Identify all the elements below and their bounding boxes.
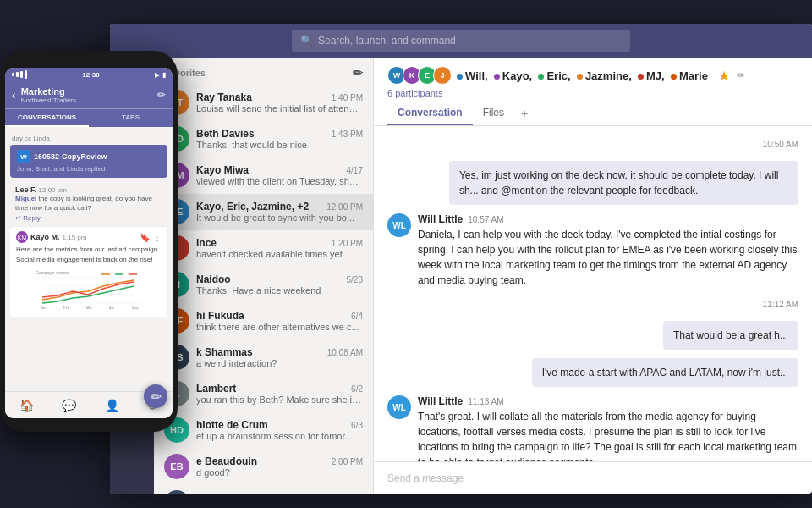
- svg-text:May: May: [132, 306, 139, 310]
- contact-name-row: Beth Davies 1:43 PM: [196, 128, 363, 140]
- contact-item[interactable]: KM Kayo Miwa 4/17 viewed with the client…: [154, 157, 373, 194]
- dot-will: [457, 74, 463, 80]
- tab-add[interactable]: +: [514, 102, 535, 125]
- contact-item[interactable]: RT Ray Tanaka 1:40 PM Louisa will send t…: [154, 85, 373, 121]
- people-icon[interactable]: 👤: [105, 399, 119, 412]
- contact-time: 1:20 PM: [332, 239, 363, 248]
- phone-chat-lee[interactable]: Lee F. 12:00 pm Miguel the copy is looki…: [10, 181, 167, 227]
- msg-sender-row-2: Will Little 11:13 AM: [418, 395, 798, 407]
- chat-nav-icon[interactable]: 💬: [62, 399, 76, 412]
- contact-preview: think there are other alternatives we c.…: [196, 322, 363, 332]
- contact-info: Lambert 6/2 you ran this by Beth? Make s…: [196, 383, 363, 405]
- contact-name-row: hi Fukuda 6/4: [196, 310, 363, 322]
- participants-row: W K E J Will, Kayo, Eric, Jazmine, MJ, M…: [387, 66, 798, 85]
- back-button[interactable]: ‹: [12, 88, 16, 102]
- contact-name-row: hlotte and Babak 1:58 PM: [196, 492, 363, 494]
- edit-icon[interactable]: ✏: [737, 69, 745, 81]
- contact-item[interactable]: KE Kayo, Eric, Jazmine, +2 12:00 PM It w…: [154, 194, 373, 230]
- contact-item[interactable]: HA hlotte and Babak 1:58 PM d the client…: [154, 485, 373, 494]
- contact-info: Naidoo 5/23 Thanks! Have a nice weekend: [196, 273, 363, 295]
- contact-time: 6/3: [351, 421, 363, 430]
- dot-kayo: [494, 74, 500, 80]
- contact-name-row: k Shammas 10:08 AM: [196, 346, 363, 358]
- phone-status-icons: ▶ ▮: [155, 71, 166, 79]
- contact-time: 5/23: [347, 275, 363, 284]
- phone-kayo-msg[interactable]: KM Kayo M. 1:15 pm 🔖 ⋮ Here are the metr…: [10, 227, 167, 317]
- timestamp-1050: 10:50 AM: [387, 140, 798, 149]
- star-icon[interactable]: ★: [718, 68, 730, 84]
- message-input-bar[interactable]: Send a message: [374, 461, 812, 494]
- phone-time: 12:30: [82, 71, 99, 79]
- msg-time-will-2: 11:13 AM: [468, 397, 503, 406]
- contact-preview: It would be great to sync with you bo...: [196, 213, 363, 223]
- contact-item[interactable]: I ince 1:20 PM haven't checked available…: [154, 230, 373, 267]
- contact-time: 2:00 PM: [332, 457, 363, 467]
- contact-preview: Thanks! Have a nice weekend: [196, 285, 363, 295]
- svg-text:Mar: Mar: [86, 306, 93, 310]
- contact-preview: haven't checked available times yet: [196, 249, 363, 259]
- contact-name-row: Naidoo 5/23: [196, 273, 363, 285]
- contact-name: Ray Tanaka: [196, 91, 252, 103]
- chat-tabs: Conversation Files +: [387, 102, 798, 125]
- contact-item[interactable]: BD Beth Davies 1:43 PM Thanks, that woul…: [154, 121, 373, 157]
- contact-time: 6/2: [351, 384, 363, 394]
- msg-will-content: Will Little 10:57 AM Daniela, I can help…: [418, 213, 798, 288]
- contact-preview: d good?: [196, 467, 363, 478]
- battery-icon: ▮: [162, 71, 166, 79]
- phone-file-item[interactable]: W 160532-CopyReview John, Brad, and Lind…: [10, 145, 167, 178]
- dot-eric: [538, 74, 544, 80]
- search-bar[interactable]: 🔍 Search, launch, and command: [292, 30, 630, 52]
- lee-text: Miguel the copy is looking great, do you…: [15, 194, 162, 213]
- tab-files[interactable]: Files: [473, 102, 514, 125]
- timestamp-1112: 11:12 AM: [387, 300, 798, 309]
- search-placeholder: Search, launch, and command: [318, 35, 456, 47]
- send-message-placeholder: Send a message: [387, 472, 464, 484]
- kayo-text: Here are the metrics from our last ad ca…: [16, 245, 162, 263]
- msg-time-will: 10:57 AM: [468, 215, 503, 224]
- edit-chat-icon[interactable]: ✏: [157, 89, 166, 101]
- dot-jazmine: [577, 74, 583, 80]
- phone-header-text: Marketing Northwest Traders: [21, 86, 76, 104]
- contact-time: 12:00 PM: [326, 202, 363, 212]
- participant-avatars: W K E J: [387, 66, 448, 85]
- contact-name: k Shammas: [196, 346, 253, 358]
- tab-conversations[interactable]: CONVERSATIONS: [5, 109, 89, 127]
- phone-title: Marketing: [21, 86, 76, 97]
- contact-item[interactable]: HD hlotte de Crum 6/3 et up a brainstorm…: [154, 412, 373, 449]
- contact-name: Kayo Miwa: [196, 164, 249, 176]
- bookmark-icon[interactable]: 🔖: [140, 233, 150, 242]
- contact-item[interactable]: KS k Shammas 10:08 AM a weird interactio…: [154, 340, 373, 376]
- more-icon[interactable]: ⋮: [153, 233, 162, 242]
- contact-avatar: HA: [164, 490, 189, 494]
- compose-icon[interactable]: ✏: [353, 66, 363, 80]
- svg-text:Feb: Feb: [63, 306, 70, 310]
- search-icon: 🔍: [300, 35, 313, 47]
- contact-time: 10:08 AM: [327, 348, 363, 357]
- msg-sender-will-2: Will Little: [418, 395, 463, 407]
- lee-header: Lee F. 12:00 pm: [15, 185, 162, 194]
- chat-panel: W K E J Will, Kayo, Eric, Jazmine, MJ, M…: [374, 58, 812, 494]
- contact-info: hlotte de Crum 6/3 et up a brainstorm se…: [196, 419, 363, 441]
- phone-fab-button[interactable]: ✏: [144, 384, 167, 408]
- phone-subtitle: Northwest Traders: [21, 97, 76, 104]
- contact-item[interactable]: L Lambert 6/2 you ran this by Beth? Make…: [154, 376, 373, 412]
- home-icon[interactable]: 🏠: [19, 399, 34, 412]
- signal-bar-4: [25, 70, 27, 79]
- participant-names: Will, Kayo, Eric, Jazmine, MJ, Marie: [457, 69, 708, 82]
- contact-preview: Louisa will send the initial list of att…: [196, 103, 363, 113]
- contacts-list: RT Ray Tanaka 1:40 PM Louisa will send t…: [154, 85, 373, 494]
- contact-preview: et up a brainstorm session for tomor...: [196, 431, 363, 441]
- svg-text:Apr: Apr: [109, 306, 115, 310]
- desktop-teams-window: 🔍 Search, launch, and command 🔔 Activity…: [110, 24, 812, 494]
- tab-conversation[interactable]: Conversation: [387, 102, 473, 125]
- contact-item[interactable]: EB e Beaudouin 2:00 PM d good?: [154, 449, 373, 485]
- reply-button[interactable]: ↩ Reply: [15, 214, 162, 222]
- contact-item[interactable]: N Naidoo 5/23 Thanks! Have a nice weeken…: [154, 267, 373, 303]
- phone-status-bar: 12:30 ▶ ▮: [5, 68, 173, 81]
- tab-tabs[interactable]: TABS: [89, 109, 173, 127]
- contact-item[interactable]: HF hi Fukuda 6/4 think there are other a…: [154, 303, 373, 340]
- contact-name-row: e Beaudouin 2:00 PM: [196, 456, 363, 467]
- contact-info: Kayo Miwa 4/17 viewed with the client on…: [196, 164, 363, 186]
- avatar-jazmine: J: [433, 66, 452, 85]
- kayo-time: 1:15 pm: [63, 234, 87, 241]
